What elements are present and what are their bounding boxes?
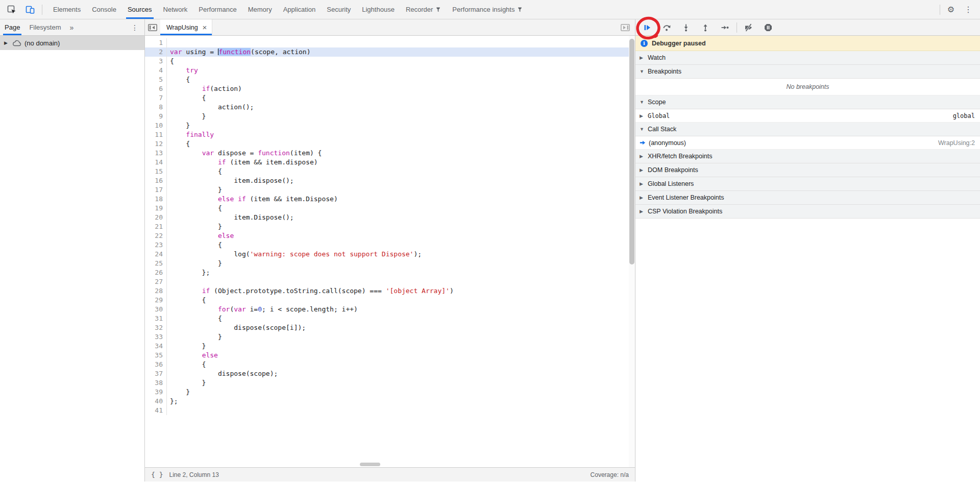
line-number-gutter[interactable]: 2: [145, 47, 167, 57]
hide-navigator-icon[interactable]: [145, 21, 160, 34]
tab-performance[interactable]: Performance: [193, 0, 242, 19]
line-number-gutter[interactable]: 15: [145, 167, 167, 176]
code-text[interactable]: item.dispose();: [167, 176, 294, 185]
tab-console[interactable]: Console: [86, 0, 122, 19]
line-number-gutter[interactable]: 21: [145, 222, 167, 231]
code-text[interactable]: }: [167, 222, 222, 231]
horizontal-scrollbar-thumb[interactable]: [360, 463, 380, 466]
expand-arrow-icon[interactable]: ▶: [640, 113, 645, 118]
section-header-global-listeners[interactable]: ▶Global Listeners: [635, 177, 980, 191]
line-number-gutter[interactable]: 31: [145, 314, 167, 323]
tab-performance-insights[interactable]: Performance insights: [447, 0, 528, 19]
resume-script-execution-button[interactable]: [640, 21, 655, 34]
line-number-gutter[interactable]: 4: [145, 66, 167, 75]
line-number-gutter[interactable]: 34: [145, 342, 167, 351]
line-number-gutter[interactable]: 27: [145, 277, 167, 286]
section-header-csp-violation-breakpoints[interactable]: ▶CSP Violation Breakpoints: [635, 205, 980, 219]
code-text[interactable]: else: [167, 231, 234, 240]
code-text[interactable]: {: [167, 57, 174, 66]
tab-elements[interactable]: Elements: [47, 0, 86, 19]
hide-debugger-sidebar-icon[interactable]: [618, 21, 633, 34]
navigator-tab-page[interactable]: Page: [0, 19, 24, 35]
line-number-gutter[interactable]: 25: [145, 259, 167, 268]
code-text[interactable]: };: [167, 397, 178, 406]
code-text[interactable]: }: [167, 185, 222, 195]
line-number-gutter[interactable]: 32: [145, 323, 167, 332]
more-tabs-chevron[interactable]: »: [66, 19, 78, 35]
line-number-gutter[interactable]: 18: [145, 195, 167, 204]
line-number-gutter[interactable]: 29: [145, 296, 167, 305]
tab-memory[interactable]: Memory: [242, 0, 278, 19]
tab-lighthouse[interactable]: Lighthouse: [356, 0, 400, 19]
code-text[interactable]: if(action): [167, 84, 242, 93]
code-text[interactable]: {: [167, 75, 190, 84]
code-text[interactable]: {: [167, 139, 190, 149]
section-header-xhr-fetch-breakpoints[interactable]: ▶XHR/fetch Breakpoints: [635, 150, 980, 163]
line-number-gutter[interactable]: 36: [145, 360, 167, 369]
code-text[interactable]: }: [167, 342, 206, 351]
line-number-gutter[interactable]: 26: [145, 268, 167, 277]
file-tab-wrapusing[interactable]: WrapUsing ×: [160, 19, 212, 35]
line-number-gutter[interactable]: 35: [145, 351, 167, 360]
tab-security[interactable]: Security: [321, 0, 356, 19]
code-text[interactable]: }: [167, 259, 222, 268]
code-text[interactable]: var dispose = function(item) {: [167, 149, 322, 158]
code-text[interactable]: else: [167, 351, 218, 360]
step-into-button[interactable]: [678, 21, 694, 34]
line-number-gutter[interactable]: 14: [145, 158, 167, 167]
tree-item-no-domain[interactable]: ▶ (no domain): [0, 36, 144, 50]
line-number-gutter[interactable]: 39: [145, 388, 167, 397]
code-text[interactable]: {: [167, 360, 206, 369]
line-number-gutter[interactable]: 19: [145, 204, 167, 213]
code-text[interactable]: }: [167, 112, 206, 121]
line-number-gutter[interactable]: 22: [145, 231, 167, 240]
section-header-event-listener-breakpoints[interactable]: ▶Event Listener Breakpoints: [635, 191, 980, 205]
step-out-button[interactable]: [698, 21, 713, 34]
line-number-gutter[interactable]: 17: [145, 185, 167, 195]
code-text[interactable]: for(var i=0; i < scope.length; i++): [167, 305, 358, 314]
line-number-gutter[interactable]: 13: [145, 149, 167, 158]
line-number-gutter[interactable]: 41: [145, 406, 167, 415]
line-number-gutter[interactable]: 40: [145, 397, 167, 406]
section-header-call-stack[interactable]: ▼Call Stack: [635, 123, 980, 136]
tab-recorder[interactable]: Recorder: [400, 0, 447, 19]
line-number-gutter[interactable]: 8: [145, 103, 167, 112]
line-number-gutter[interactable]: 12: [145, 139, 167, 149]
pretty-print-icon[interactable]: { }: [151, 471, 163, 478]
close-tab-icon[interactable]: ×: [203, 23, 207, 32]
line-number-gutter[interactable]: 23: [145, 240, 167, 250]
tab-application[interactable]: Application: [278, 0, 322, 19]
code-text[interactable]: try: [167, 66, 198, 75]
code-text[interactable]: if (item && item.dispose): [167, 158, 318, 167]
step-over-button[interactable]: [659, 21, 674, 34]
line-number-gutter[interactable]: 1: [145, 38, 167, 47]
navigator-kebab-icon[interactable]: ⋮: [125, 19, 144, 35]
line-number-gutter[interactable]: 20: [145, 213, 167, 222]
line-number-gutter[interactable]: 16: [145, 176, 167, 185]
expand-arrow-icon[interactable]: ▶: [4, 40, 9, 45]
line-number-gutter[interactable]: 7: [145, 93, 167, 103]
code-text[interactable]: if (Object.prototype.toString.call(scope…: [167, 286, 454, 296]
code-text[interactable]: dispose(scope);: [167, 369, 278, 378]
deactivate-breakpoints-button[interactable]: [741, 21, 756, 34]
section-header-watch[interactable]: ▶Watch: [635, 51, 980, 65]
line-number-gutter[interactable]: 33: [145, 332, 167, 342]
scope-row-global[interactable]: ▶Globalglobal: [635, 109, 980, 123]
code-text[interactable]: dispose(scope[i]);: [167, 323, 306, 332]
code-text[interactable]: action();: [167, 103, 254, 112]
code-text[interactable]: [167, 277, 170, 286]
code-text[interactable]: [167, 406, 170, 415]
code-text[interactable]: {: [167, 296, 206, 305]
line-number-gutter[interactable]: 10: [145, 121, 167, 130]
device-toolbar-icon[interactable]: [23, 3, 37, 16]
code-text[interactable]: };: [167, 268, 210, 277]
line-number-gutter[interactable]: 37: [145, 369, 167, 378]
pause-on-exceptions-button[interactable]: [761, 21, 776, 34]
step-button[interactable]: [717, 21, 732, 34]
vertical-scrollbar-thumb[interactable]: [629, 39, 634, 264]
code-text[interactable]: else if (item && item.Dispose): [167, 195, 338, 204]
line-number-gutter[interactable]: 6: [145, 84, 167, 93]
tab-sources[interactable]: Sources: [122, 0, 158, 19]
section-header-scope[interactable]: ▼Scope: [635, 95, 980, 109]
line-number-gutter[interactable]: 9: [145, 112, 167, 121]
